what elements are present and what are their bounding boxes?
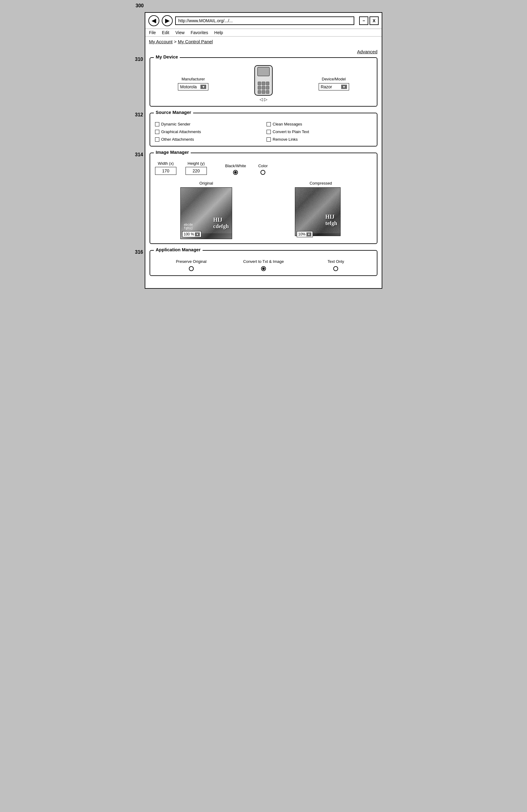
- menu-favorites[interactable]: Favorites: [191, 30, 208, 35]
- advanced-link[interactable]: Advanced: [149, 49, 378, 54]
- image-manager-section: 314 Image Manager Width (x) Height (y) B…: [149, 153, 378, 244]
- checkbox-other-box[interactable]: [155, 137, 159, 142]
- bw-option: Black/White: [225, 163, 246, 175]
- phone-graphic: ◁ ▷: [254, 65, 273, 102]
- breadcrumb-separator: >: [174, 39, 178, 44]
- checkbox-graphical-box[interactable]: [155, 130, 159, 134]
- manufacturer-arrow: ▼: [200, 85, 206, 89]
- checkbox-graphical-attachments: Graphical Attachments: [155, 129, 260, 134]
- width-field: Width (x): [155, 161, 176, 175]
- original-quality-value: 100 %: [184, 232, 194, 236]
- breadcrumb-my-account[interactable]: My Account: [149, 39, 173, 44]
- application-manager-section: 316 Application Manager Preserve Origina…: [149, 250, 378, 276]
- compressed-image: HIJtefgh: [295, 187, 341, 236]
- image-manager-controls: Width (x) Height (y) Black/White: [155, 158, 372, 175]
- preserve-radio[interactable]: [189, 266, 194, 271]
- manufacturer-dropdown[interactable]: Motorola ▼: [178, 83, 208, 90]
- compressed-text-overlay: HIJtefgh: [325, 214, 337, 227]
- menu-edit[interactable]: Edit: [162, 30, 169, 35]
- source-manager-section: 312 Source Manager Dynamic Sender Clean …: [149, 113, 378, 146]
- phone-key-7: [258, 90, 261, 94]
- original-image-container: HIJcdefgh abcdefghij 100 % ▼: [180, 187, 232, 239]
- bw-radio-dot: [234, 171, 237, 174]
- minimize-button[interactable]: −: [359, 16, 368, 25]
- phone-key-1: [258, 82, 261, 85]
- checkbox-other-label: Other Attachments: [161, 137, 194, 142]
- diagram-label-300: 300: [136, 3, 144, 9]
- device-model-selector: Device/Model Razor ▼: [319, 77, 349, 90]
- bw-label: Black/White: [225, 163, 246, 168]
- menu-help[interactable]: Help: [214, 30, 223, 35]
- bw-radio[interactable]: [233, 170, 238, 175]
- compressed-quality-arrow: ▼: [307, 232, 311, 236]
- color-option: Color: [258, 163, 268, 175]
- phone-nav-arrows: ◁ ▷: [259, 97, 268, 102]
- checkbox-remove-links: Remove Links: [267, 137, 372, 142]
- device-model-value: Razor: [321, 84, 332, 89]
- checkbox-convert-label: Convert to Plain Text: [273, 129, 309, 134]
- app-options-radios: [155, 266, 372, 271]
- phone-keypad: [258, 82, 269, 94]
- phone-key-6: [266, 86, 269, 89]
- convert-radio-container: [227, 266, 299, 271]
- menu-view[interactable]: View: [175, 30, 185, 35]
- color-radio[interactable]: [260, 170, 265, 175]
- checkbox-dynamic-sender-box[interactable]: [155, 122, 159, 126]
- checkbox-graphical-label: Graphical Attachments: [161, 129, 201, 134]
- height-field: Height (y): [186, 161, 207, 175]
- text-only-radio[interactable]: [333, 266, 338, 271]
- device-model-label: Device/Model: [322, 77, 346, 81]
- checkbox-remove-links-box[interactable]: [267, 137, 271, 142]
- original-quality-selector[interactable]: 100 % ▼: [182, 231, 201, 237]
- checkbox-remove-links-label: Remove Links: [273, 137, 298, 142]
- section-number-316: 316: [135, 249, 143, 255]
- main-content: Advanced 310 My Device Manufacturer Moto…: [145, 47, 382, 288]
- original-quality-arrow: ▼: [195, 232, 200, 236]
- address-bar[interactable]: [175, 16, 354, 25]
- preserve-radio-container: [155, 266, 227, 271]
- nav-right-arrow: ▷: [264, 97, 268, 102]
- forward-button[interactable]: ▶: [162, 15, 173, 26]
- checkbox-clean-messages: Clean Messages: [267, 122, 372, 126]
- source-manager-label: Source Manager: [154, 110, 193, 115]
- height-input[interactable]: [186, 167, 207, 175]
- my-device-section: 310 My Device Manufacturer Motorola ▼: [149, 57, 378, 106]
- original-image-label: Original: [200, 181, 213, 186]
- color-options: Black/White Color: [225, 163, 268, 175]
- checkbox-convert-plain-text: Convert to Plain Text: [267, 129, 372, 134]
- app-options-header: Preserve Original Convert to Txt & Image…: [155, 259, 372, 264]
- checkbox-clean-messages-box[interactable]: [267, 122, 271, 126]
- preserve-label: Preserve Original: [155, 259, 227, 264]
- phone-body: [254, 65, 273, 96]
- phone-key-4: [258, 86, 261, 89]
- convert-radio[interactable]: [261, 266, 266, 271]
- image-manager-label: Image Manager: [154, 149, 191, 155]
- section-number-314: 314: [135, 152, 143, 158]
- title-bar: ◀ ▶ − X: [145, 13, 382, 29]
- section-number-312: 312: [135, 112, 143, 118]
- manufacturer-label: Manufacturer: [182, 77, 205, 81]
- phone-screen: [257, 67, 270, 76]
- original-extra-text: abcdefghij: [184, 223, 193, 230]
- color-label: Color: [258, 163, 268, 168]
- close-button[interactable]: X: [370, 16, 379, 25]
- device-model-dropdown[interactable]: Razor ▼: [319, 83, 349, 90]
- compressed-image-preview: Compressed HIJtefgh: [295, 181, 347, 239]
- checkbox-convert-box[interactable]: [267, 130, 271, 134]
- breadcrumb: My Account > My Control Panel: [145, 37, 382, 47]
- application-manager-label: Application Manager: [154, 247, 203, 252]
- back-button[interactable]: ◀: [148, 15, 159, 26]
- text-only-label: Text Only: [300, 259, 372, 264]
- compressed-quality-selector[interactable]: 10% ▼: [297, 231, 313, 237]
- checkbox-dynamic-sender-label: Dynamic Sender: [161, 122, 190, 126]
- menu-file[interactable]: File: [149, 30, 156, 35]
- compressed-image-container: HIJtefgh 10% ▼: [295, 187, 347, 239]
- phone-key-3: [266, 82, 269, 85]
- text-only-radio-container: [300, 266, 372, 271]
- section-number-310: 310: [135, 57, 143, 62]
- width-input[interactable]: [155, 167, 176, 175]
- breadcrumb-control-panel[interactable]: My Control Panel: [178, 39, 213, 44]
- nav-left-arrow: ◁: [259, 97, 263, 102]
- phone-key-9: [266, 90, 269, 94]
- window-controls: − X: [359, 16, 379, 25]
